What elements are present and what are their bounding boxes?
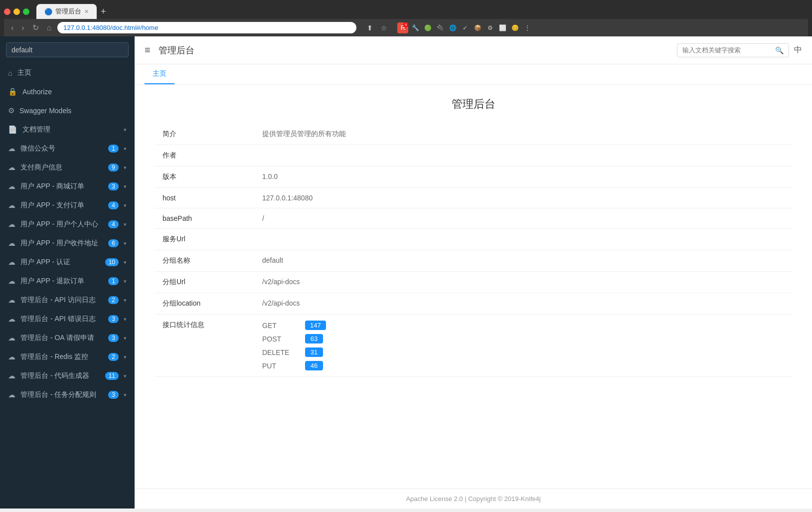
sidebar-item-user-app-profile[interactable]: ☁ 用户 APP - 用户个人中心 4 ▾ xyxy=(0,215,135,234)
sidebar-item-user-app-pay[interactable]: ☁ 用户 APP - 支付订单 4 ▾ xyxy=(0,196,135,215)
ext-icon-8[interactable]: ⚙ xyxy=(485,22,495,33)
sidebar-label-wechat: 微信公众号 xyxy=(20,144,103,153)
sidebar-icon-user-app-address: ☁ xyxy=(8,239,15,248)
search-icon[interactable]: 🔍 xyxy=(775,46,784,54)
ext-icon-2[interactable]: 🔧 xyxy=(410,22,421,33)
address-bar[interactable]: 127.0.0.1:48080/doc.html#/home xyxy=(57,22,356,33)
ext-icon-9[interactable]: ⬜ xyxy=(497,22,508,33)
table-row: 分组Url/v2/api-docs xyxy=(155,272,792,293)
field-value xyxy=(254,229,792,250)
sidebar-icon-admin-task: ☁ xyxy=(8,390,15,399)
sidebar-item-admin-error-log[interactable]: ☁ 管理后台 - API 错误日志 3 ▾ xyxy=(0,310,135,329)
api-badge-get: 147 xyxy=(305,321,326,330)
tab-close-icon[interactable]: ✕ xyxy=(84,8,89,15)
sidebar-item-payment[interactable]: ☁ 支付商户信息 9 ▾ xyxy=(0,158,135,177)
sidebar-badge-wechat: 1 xyxy=(108,145,119,153)
active-tab[interactable]: 🔵 管理后台 ✕ xyxy=(36,4,97,19)
api-stat-row: POST 63 xyxy=(262,334,784,343)
ext-icon-4[interactable]: 🔌 xyxy=(435,22,446,33)
bookmark-icon[interactable]: ☆ xyxy=(378,22,389,33)
close-button[interactable] xyxy=(4,8,10,15)
sidebar-chevron-user-app-auth: ▾ xyxy=(124,259,127,266)
home-button[interactable]: ⌂ xyxy=(45,22,54,33)
sidebar-chevron-payment: ▾ xyxy=(124,165,127,171)
api-method: DELETE xyxy=(262,348,297,356)
api-stat-row: PUT 46 xyxy=(262,361,784,370)
minimize-button[interactable] xyxy=(13,8,20,15)
lang-button[interactable]: 中 xyxy=(794,45,802,55)
sidebar-item-home[interactable]: ⌂ 主页 xyxy=(0,63,135,82)
sidebar-chevron-user-app-pay: ▾ xyxy=(124,202,127,209)
window-controls xyxy=(4,8,29,15)
tab-home[interactable]: 主页 xyxy=(145,64,174,84)
back-button[interactable]: ‹ xyxy=(9,22,15,33)
hamburger-icon[interactable]: ≡ xyxy=(145,44,151,56)
api-badge-delete: 31 xyxy=(305,347,323,357)
field-label: 简介 xyxy=(155,124,254,145)
sidebar-badge-admin-task: 3 xyxy=(108,391,119,399)
field-label: 分组location xyxy=(155,293,254,315)
sidebar-icon-payment: ☁ xyxy=(8,163,15,172)
table-row: host127.0.0.1:48080 xyxy=(155,188,792,208)
sidebar-item-admin-redis[interactable]: ☁ 管理后台 - Redis 监控 2 ▾ xyxy=(0,347,135,366)
ext-icon-10[interactable]: 😊 xyxy=(509,22,520,33)
sidebar-icon-doc-mgmt: 📄 xyxy=(8,125,17,134)
sidebar-item-authorize[interactable]: 🔒 Authorize xyxy=(0,82,135,101)
field-label: basePath xyxy=(155,208,254,229)
field-value: / xyxy=(254,208,792,229)
ext-icon-7[interactable]: 📦 xyxy=(472,22,483,33)
sidebar-item-wechat[interactable]: ☁ 微信公众号 1 ▾ xyxy=(0,139,135,158)
ext-icon-6[interactable]: ✓ xyxy=(460,22,471,33)
tab-bar: 🔵 管理后台 ✕ + xyxy=(4,4,808,19)
forward-button[interactable]: › xyxy=(19,22,26,33)
sidebar-item-user-app-refund[interactable]: ☁ 用户 APP - 退款订单 1 ▾ xyxy=(0,272,135,291)
sidebar-item-user-app-auth[interactable]: ☁ 用户 APP - 认证 10 ▾ xyxy=(0,253,135,272)
sidebar-item-admin-api-log[interactable]: ☁ 管理后台 - API 访问日志 2 ▾ xyxy=(0,291,135,310)
sidebar-item-user-app-address[interactable]: ☁ 用户 APP - 用户收件地址 6 ▾ xyxy=(0,234,135,253)
maximize-button[interactable] xyxy=(23,8,29,15)
sidebar-icon-authorize: 🔒 xyxy=(8,87,17,96)
sidebar-item-admin-task[interactable]: ☁ 管理后台 - 任务分配规则 3 ▾ xyxy=(0,385,135,404)
sidebar-icon-admin-api-log: ☁ xyxy=(8,296,15,305)
sidebar-badge-user-app-auth: 10 xyxy=(105,258,119,266)
table-row: 分组location/v2/api-docs xyxy=(155,293,792,315)
footer-text: Apache License 2.0 | Copyright © 2019-Kn… xyxy=(406,495,540,503)
sidebar-item-admin-codegen[interactable]: ☁ 管理后台 - 代码生成器 11 ▾ xyxy=(0,366,135,385)
top-bar: ≡ 管理后台 🔍 中 xyxy=(135,36,812,64)
ext-icon-5[interactable]: 🌐 xyxy=(447,22,458,33)
reload-button[interactable]: ↻ xyxy=(30,22,41,33)
tab-title: 管理后台 xyxy=(55,7,81,16)
sidebar-badge-admin-api-log: 2 xyxy=(108,296,119,304)
more-options-icon[interactable]: ⋮ xyxy=(522,22,533,33)
sidebar-icon-user-app-profile: ☁ xyxy=(8,220,15,229)
field-label: 分组名称 xyxy=(155,250,254,272)
group-select[interactable]: default xyxy=(6,42,129,57)
api-method: POST xyxy=(262,335,297,343)
content-tabs: 主页 xyxy=(135,64,812,85)
sidebar-item-user-app-shop[interactable]: ☁ 用户 APP - 商城订单 3 ▾ xyxy=(0,177,135,196)
browser-toolbar: ‹ › ↻ ⌂ 127.0.0.1:48080/doc.html#/home ⬆… xyxy=(4,19,808,36)
field-value: 127.0.0.1:48080 xyxy=(254,188,792,208)
share-icon[interactable]: ⬆ xyxy=(364,22,375,33)
search-input[interactable] xyxy=(682,46,772,54)
sidebar-item-admin-oa-leave[interactable]: ☁ 管理后台 - OA 请假申请 3 ▾ xyxy=(0,329,135,347)
sidebar-chevron-doc-mgmt: ▾ xyxy=(124,127,127,133)
new-tab-button[interactable]: + xyxy=(101,6,106,17)
api-method: GET xyxy=(262,322,297,330)
sidebar-label-authorize: Authorize xyxy=(22,88,127,96)
sidebar-label-doc-mgmt: 文档管理 xyxy=(22,125,119,134)
ext-icon-3[interactable]: 🟢 xyxy=(422,22,433,33)
api-method: PUT xyxy=(262,362,297,370)
table-row: 版本1.0.0 xyxy=(155,167,792,188)
sidebar-chevron-admin-task: ▾ xyxy=(124,392,127,398)
sidebar-icon-admin-error-log: ☁ xyxy=(8,315,15,324)
group-selector[interactable]: default xyxy=(6,42,129,57)
sidebar-item-doc-mgmt[interactable]: 📄 文档管理 ▾ xyxy=(0,120,135,139)
sidebar-chevron-admin-error-log: ▾ xyxy=(124,316,127,323)
sidebar-label-user-app-profile: 用户 APP - 用户个人中心 xyxy=(20,220,103,229)
sidebar-label-user-app-address: 用户 APP - 用户收件地址 xyxy=(20,239,103,248)
sidebar-item-swagger-models[interactable]: ⚙ Swagger Models xyxy=(0,101,135,120)
app-container: default ⌂ 主页 🔒 Authorize ⚙ Swagger Model… xyxy=(0,36,812,509)
table-row: 简介提供管理员管理的所有功能 xyxy=(155,124,792,145)
ext-icon-1[interactable]: R8 xyxy=(397,22,408,33)
